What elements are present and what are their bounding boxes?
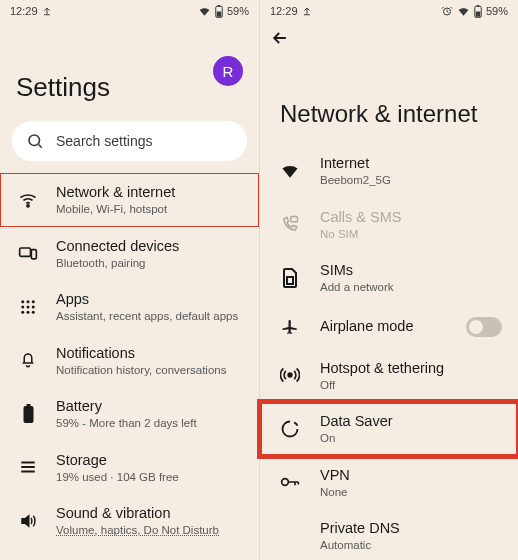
settings-item-network[interactable]: Network & internet Mobile, Wi-Fi, hotspo… bbox=[0, 173, 259, 227]
item-sub: No SIM bbox=[320, 227, 502, 241]
svg-rect-16 bbox=[23, 406, 33, 423]
settings-item-connected[interactable]: Connected devices Bluetooth, pairing bbox=[0, 227, 259, 281]
battery-icon bbox=[474, 5, 482, 18]
status-bar: 12:29 59% bbox=[260, 0, 518, 22]
item-title: Battery bbox=[56, 397, 243, 415]
item-sub: Automatic bbox=[320, 538, 502, 552]
search-input[interactable]: Search settings bbox=[12, 121, 247, 161]
status-bar: 12:29 59% bbox=[0, 0, 259, 22]
item-sub: None bbox=[320, 485, 502, 499]
back-icon[interactable] bbox=[270, 28, 290, 48]
svg-rect-17 bbox=[26, 404, 30, 406]
volume-icon bbox=[19, 512, 37, 530]
svg-point-7 bbox=[21, 300, 24, 303]
network-list: Internet Beebom2_5G Calls & SMS No SIM S… bbox=[260, 144, 518, 560]
wifi-icon bbox=[457, 5, 470, 18]
net-item-airplane[interactable]: Airplane mode bbox=[260, 305, 518, 349]
svg-point-8 bbox=[27, 300, 30, 303]
item-sub: Volume, haptics, Do Not Disturb bbox=[56, 523, 243, 537]
item-title: Calls & SMS bbox=[320, 208, 502, 226]
wifi-icon bbox=[18, 190, 38, 210]
svg-point-15 bbox=[32, 311, 35, 314]
item-sub: On bbox=[320, 431, 502, 445]
net-item-hotspot[interactable]: Hotspot & tethering Off bbox=[260, 349, 518, 403]
battery-icon bbox=[215, 5, 223, 18]
item-title: Private DNS bbox=[320, 519, 502, 537]
upload-icon bbox=[302, 6, 312, 16]
avatar-letter: R bbox=[223, 63, 234, 80]
settings-item-apps[interactable]: Apps Assistant, recent apps, default app… bbox=[0, 280, 259, 334]
svg-point-9 bbox=[32, 300, 35, 303]
search-icon bbox=[26, 132, 44, 150]
svg-point-14 bbox=[27, 311, 30, 314]
item-sub: Beebom2_5G bbox=[320, 173, 502, 187]
item-sub: Mobile, Wi-Fi, hotspot bbox=[56, 202, 243, 216]
item-sub: Assistant, recent apps, default apps bbox=[56, 309, 243, 323]
item-title: Data Saver bbox=[320, 412, 502, 430]
settings-item-notifications[interactable]: Notifications Notification history, conv… bbox=[0, 334, 259, 388]
svg-rect-20 bbox=[476, 11, 481, 16]
battery-percent: 59% bbox=[227, 5, 249, 17]
storage-icon bbox=[19, 458, 37, 476]
svg-point-4 bbox=[27, 205, 29, 207]
network-screen: 12:29 59% Network & internet Internet Be… bbox=[259, 0, 518, 560]
svg-point-25 bbox=[282, 479, 289, 486]
net-item-sims[interactable]: SIMs Add a network bbox=[260, 251, 518, 305]
alarm-icon bbox=[441, 5, 453, 17]
settings-item-battery[interactable]: Battery 59% - More than 2 days left bbox=[0, 387, 259, 441]
wifi-icon bbox=[198, 5, 211, 18]
svg-rect-5 bbox=[20, 248, 31, 256]
upload-icon bbox=[42, 6, 52, 16]
svg-point-10 bbox=[21, 305, 24, 308]
item-sub: Off bbox=[320, 378, 502, 392]
svg-rect-23 bbox=[287, 277, 293, 284]
net-item-calls: Calls & SMS No SIM bbox=[260, 198, 518, 252]
item-sub: 19% used · 104 GB free bbox=[56, 470, 243, 484]
search-placeholder: Search settings bbox=[56, 133, 153, 149]
svg-rect-1 bbox=[217, 11, 222, 16]
settings-item-sound[interactable]: Sound & vibration Volume, haptics, Do No… bbox=[0, 494, 259, 548]
svg-rect-22 bbox=[291, 217, 298, 222]
battery-icon bbox=[22, 404, 35, 424]
settings-list: Network & internet Mobile, Wi-Fi, hotspo… bbox=[0, 173, 259, 548]
item-title: Network & internet bbox=[56, 183, 243, 201]
item-title: Storage bbox=[56, 451, 243, 469]
net-item-datasaver[interactable]: Data Saver On bbox=[260, 402, 518, 456]
svg-point-3 bbox=[29, 135, 40, 146]
clock: 12:29 bbox=[270, 5, 298, 17]
item-title: Sound & vibration bbox=[56, 504, 243, 522]
devices-icon bbox=[18, 243, 38, 263]
item-title: Apps bbox=[56, 290, 243, 308]
apps-icon bbox=[19, 298, 37, 316]
item-sub: Add a network bbox=[320, 280, 502, 294]
sim-icon bbox=[282, 268, 298, 288]
battery-percent: 59% bbox=[486, 5, 508, 17]
svg-rect-6 bbox=[31, 250, 36, 259]
net-item-vpn[interactable]: VPN None bbox=[260, 456, 518, 510]
avatar[interactable]: R bbox=[213, 56, 243, 86]
net-item-internet[interactable]: Internet Beebom2_5G bbox=[260, 144, 518, 198]
item-title: Internet bbox=[320, 154, 502, 172]
item-title: Airplane mode bbox=[320, 317, 446, 335]
item-title: Hotspot & tethering bbox=[320, 359, 502, 377]
item-sub: Notification history, conversations bbox=[56, 363, 243, 377]
settings-item-storage[interactable]: Storage 19% used · 104 GB free bbox=[0, 441, 259, 495]
bell-icon bbox=[19, 351, 37, 369]
hotspot-icon bbox=[280, 365, 300, 385]
phone-sms-icon bbox=[281, 215, 299, 233]
airplane-toggle[interactable] bbox=[466, 317, 502, 337]
data-saver-icon bbox=[280, 419, 300, 439]
item-title: VPN bbox=[320, 466, 502, 484]
svg-point-12 bbox=[32, 305, 35, 308]
svg-point-24 bbox=[288, 373, 292, 377]
svg-rect-21 bbox=[477, 5, 480, 6]
vpn-key-icon bbox=[280, 475, 300, 489]
item-sub: 59% - More than 2 days left bbox=[56, 416, 243, 430]
svg-point-13 bbox=[21, 311, 24, 314]
net-item-privatedns[interactable]: Private DNS Automatic bbox=[260, 509, 518, 560]
svg-point-11 bbox=[27, 305, 30, 308]
page-title: Network & internet bbox=[260, 52, 518, 144]
item-sub: Bluetooth, pairing bbox=[56, 256, 243, 270]
svg-rect-2 bbox=[218, 5, 221, 6]
item-title: Notifications bbox=[56, 344, 243, 362]
